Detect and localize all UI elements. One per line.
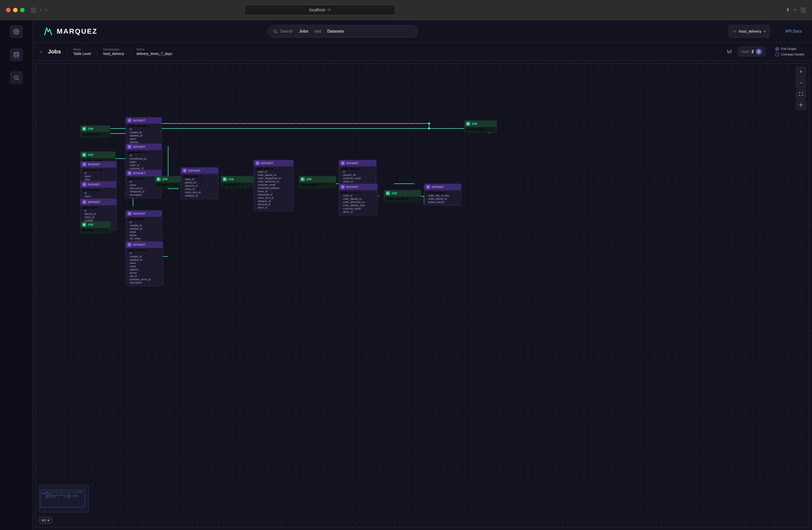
search-datasets-label: Datasets bbox=[327, 29, 344, 34]
app-container: MARQUEZ Search Jobs and Datasets ns food… bbox=[0, 20, 812, 530]
node-title: public.discount... bbox=[341, 167, 374, 170]
field-order-id: order_id bbox=[183, 178, 216, 181]
compact-nodes-option[interactable]: Compact Nodes bbox=[775, 53, 804, 56]
node-dataset-top-delivery[interactable]: ⬡ DATASET public.top_deli... order_id or… bbox=[339, 184, 378, 215]
node-type-label: DATASET bbox=[432, 186, 444, 188]
refresh-button[interactable] bbox=[727, 48, 732, 55]
zoom-in-button[interactable]: + bbox=[796, 67, 806, 77]
field-price: price bbox=[83, 178, 114, 181]
namespace-selector[interactable]: ns food_delivery ▾ bbox=[729, 25, 770, 38]
full-graph-label: Full Graph bbox=[781, 47, 796, 51]
node-job-etl-delivery-7[interactable]: ▶ JOB etl_delivery_7_d... bbox=[221, 176, 253, 188]
svg-rect-22 bbox=[64, 495, 67, 497]
fit-screen-button[interactable] bbox=[796, 89, 806, 99]
field-car-make: car_make bbox=[128, 237, 160, 240]
node-type-label: DATASET bbox=[133, 172, 145, 175]
window-icon[interactable]: ⬛ bbox=[800, 7, 806, 13]
sidebar-item-database[interactable] bbox=[10, 48, 23, 61]
field-name: name bbox=[83, 175, 114, 178]
depth-label: Depth bbox=[741, 50, 750, 54]
node-dataset-popular[interactable]: ⬡ DATASET public.popular... order_day_of… bbox=[424, 184, 461, 205]
node-title: public.menu_ite... bbox=[83, 169, 114, 171]
field-menu-item-id: menu_item_id bbox=[183, 191, 216, 194]
field-created-at: created_at bbox=[128, 131, 160, 134]
node-title: public.categon... bbox=[83, 189, 114, 191]
field-city-id: city_id bbox=[128, 274, 161, 278]
field-name: name bbox=[128, 137, 160, 141]
language-selector[interactable]: en ▾ bbox=[39, 516, 53, 524]
dataset-icon: ⬡ bbox=[183, 169, 187, 173]
node-dataset-orders-7[interactable]: ⬡ DATASET public.orders_7... order_id pl… bbox=[181, 167, 218, 199]
node-title: etl_customers bbox=[83, 133, 108, 136]
field-orders-placed: orders_placed bbox=[426, 201, 459, 204]
namespace-value: food_delivery bbox=[739, 29, 761, 33]
search-icon bbox=[273, 29, 277, 34]
depth-control: Depth 2 3 bbox=[738, 47, 765, 56]
field-placed-on: placed_on bbox=[83, 212, 114, 216]
close-button[interactable] bbox=[6, 8, 11, 12]
field-status: status bbox=[128, 160, 160, 163]
toolbar-mode-info: Mode Table Level bbox=[73, 48, 91, 56]
new-tab-icon[interactable]: + bbox=[794, 7, 796, 13]
compact-nodes-radio[interactable] bbox=[775, 53, 779, 56]
url-bar[interactable]: localhost ↺ bbox=[245, 5, 395, 15]
zoom-out-button[interactable]: − bbox=[796, 78, 806, 88]
field-phone: phone bbox=[128, 271, 161, 274]
field-driver-id: driver_id bbox=[341, 210, 375, 214]
traffic-lights bbox=[6, 8, 25, 12]
job-icon: ▶ bbox=[82, 153, 86, 157]
share-icon[interactable]: ⬆ bbox=[786, 7, 790, 13]
search-bar[interactable]: Search Jobs and Datasets bbox=[268, 25, 418, 38]
node-dataset-delivery[interactable]: ⬡ DATASET public.delivery_... order_id o… bbox=[253, 160, 294, 211]
node-title: public.delivery_... bbox=[256, 167, 291, 170]
node-dataset-restaurants[interactable]: ⬡ DATASET public.restaura... id created_… bbox=[126, 241, 163, 286]
svg-rect-16 bbox=[45, 496, 48, 498]
job-icon: ▶ bbox=[386, 191, 390, 195]
forward-browser-button[interactable]: › bbox=[46, 7, 47, 13]
back-browser-button[interactable]: ‹ bbox=[40, 7, 42, 13]
sidebar bbox=[0, 20, 33, 530]
field-restaurant-id: restaurant_id bbox=[256, 193, 291, 196]
sidebar-item-settings[interactable] bbox=[10, 25, 23, 38]
node-job-delivery-times-7-days[interactable]: ▶ JOB delivery_times_7... bbox=[299, 176, 336, 188]
page-title: Jobs bbox=[48, 48, 61, 55]
dataset-icon: ⬡ bbox=[82, 183, 86, 186]
node-title: orders_popular_d... bbox=[386, 198, 419, 200]
field-menu-id: menu_id bbox=[256, 190, 291, 193]
svg-rect-21 bbox=[60, 493, 63, 496]
center-button[interactable] bbox=[796, 100, 806, 110]
minimize-button[interactable] bbox=[13, 8, 17, 12]
field-starts-on: starts_on bbox=[341, 180, 374, 183]
svg-rect-20 bbox=[56, 495, 59, 496]
field-id: id bbox=[83, 171, 114, 175]
depth-badge[interactable]: 3 bbox=[756, 49, 762, 55]
node-type-label: JOB bbox=[306, 178, 311, 181]
sidebar-toggle-button[interactable]: ⬛ bbox=[31, 7, 36, 13]
field-email: email bbox=[128, 230, 160, 234]
node-type-label: DATASET bbox=[133, 145, 145, 148]
maximize-button[interactable] bbox=[20, 8, 25, 12]
field-created-at: created_at bbox=[128, 255, 161, 258]
api-docs-button[interactable]: API Docs bbox=[785, 29, 802, 34]
job-icon: ▶ bbox=[157, 177, 161, 181]
graph-area[interactable]: ⬡ DATASET public.customer_... id created… bbox=[33, 61, 812, 530]
node-title: delivery_times_7... bbox=[301, 184, 334, 186]
node-job-email-discounts[interactable]: ▶ JOB email_discounts bbox=[464, 120, 497, 132]
svg-rect-15 bbox=[45, 493, 48, 496]
toolbar: ‹ Jobs Mode Table Level Namespace food_d… bbox=[33, 43, 812, 61]
field-customer-email: customer_email bbox=[256, 183, 291, 186]
node-job-etl-drivers[interactable]: ▶ JOB etl_drivers bbox=[80, 221, 111, 233]
back-button[interactable]: ‹ bbox=[40, 48, 42, 55]
minimap[interactable] bbox=[39, 485, 89, 513]
node-job-orders-popular-d[interactable]: ▶ JOB orders_popular_d... bbox=[384, 190, 421, 202]
sidebar-item-search[interactable] bbox=[10, 71, 23, 84]
field-discount-id: discount_id bbox=[256, 203, 291, 206]
job-icon: ▶ bbox=[466, 122, 470, 126]
full-graph-option[interactable]: Full Graph bbox=[775, 47, 804, 51]
svg-rect-19 bbox=[53, 495, 56, 497]
node-job-etl-customers[interactable]: ▶ JOB etl_customers bbox=[80, 126, 111, 138]
field-phone: phone bbox=[128, 234, 160, 237]
full-graph-radio[interactable] bbox=[775, 47, 779, 51]
search-and-label: and bbox=[315, 29, 321, 34]
node-title: etl_drivers bbox=[83, 229, 108, 232]
